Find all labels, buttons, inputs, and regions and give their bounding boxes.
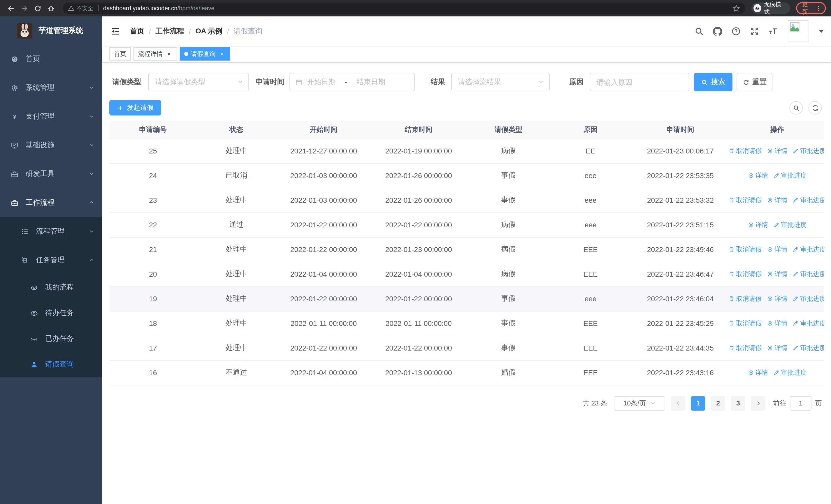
fullscreen-icon[interactable] [749, 25, 760, 37]
start-time-cell: 2022-01-03 00:00:00 [276, 188, 371, 212]
breadcrumb-item-工作流程[interactable]: 工作流程 [155, 26, 184, 36]
cancel-action-link[interactable]: 取消请假 [730, 294, 762, 303]
sidebar-item-已办任务[interactable]: 已办任务 [0, 326, 102, 352]
progress-action-link[interactable]: 审批进度 [793, 196, 824, 205]
avatar[interactable] [788, 20, 808, 42]
page-button-2[interactable]: 2 [711, 396, 725, 410]
help-icon[interactable] [730, 25, 742, 37]
page-size-select[interactable]: 10条/页 [614, 396, 665, 410]
reload-icon[interactable] [32, 3, 43, 14]
sidebar-item-支付管理[interactable]: ¥支付管理 [0, 102, 102, 131]
apply-time-label: 申请时间 [253, 78, 284, 87]
progress-action-link[interactable]: 审批进度 [793, 319, 824, 328]
table-toolbar: 发起请假 [109, 100, 824, 116]
close-tab-icon[interactable]: × [165, 50, 172, 58]
monitor-icon [10, 141, 19, 149]
action-label: 审批进度 [781, 368, 807, 377]
cancel-action-link[interactable]: 取消请假 [730, 344, 762, 352]
avatar-caret-icon[interactable] [819, 30, 824, 33]
detail-action-link[interactable]: 详情 [767, 294, 787, 303]
progress-action-link[interactable]: 审批进度 [793, 270, 824, 278]
eye-icon [30, 309, 38, 317]
actions-cell: 取消请假详情审批进度 [730, 139, 824, 163]
security-warning[interactable]: 不安全 [68, 4, 93, 12]
cancel-action-link[interactable]: 取消请假 [730, 319, 762, 328]
bookmark-star-icon[interactable] [733, 4, 740, 12]
detail-action-link[interactable]: 详情 [767, 147, 787, 155]
address-bar[interactable]: 不安全 dashboard.yudao.iocoder.cn/bpm/oa/le… [63, 3, 745, 14]
back-icon[interactable] [5, 3, 17, 14]
goto-page-input[interactable] [790, 396, 811, 410]
progress-action-link[interactable]: 审批进度 [793, 245, 824, 254]
font-size-icon[interactable] [767, 25, 779, 37]
cancel-action-link[interactable]: 取消请假 [730, 196, 762, 205]
toggle-search-button[interactable] [790, 101, 803, 114]
result-select[interactable]: 请选择流结果 [451, 73, 550, 91]
prev-page-button[interactable] [671, 396, 685, 410]
plus-icon [117, 105, 124, 111]
refresh-table-button[interactable] [808, 101, 822, 114]
search-button[interactable]: 搜索 [694, 73, 733, 91]
sidebar-item-待办任务[interactable]: 待办任务 [0, 300, 102, 326]
search-icon [793, 105, 799, 111]
sidebar-item-基础设施[interactable]: 基础设施 [0, 131, 102, 159]
reason-input[interactable] [590, 73, 689, 91]
apply-time-cell: 2022-01-22 23:53:32 [630, 188, 730, 212]
action-label: 审批进度 [800, 147, 824, 155]
detail-action-link[interactable]: 详情 [767, 344, 787, 352]
leave-type-select[interactable]: 请选择请假类型 [148, 73, 249, 91]
progress-action-link[interactable]: 审批进度 [773, 368, 807, 377]
sidebar-fold-icon[interactable] [110, 26, 121, 36]
sidebar-item-研发工具[interactable]: 研发工具 [0, 159, 102, 188]
tab-请假查询[interactable]: 请假查询× [180, 47, 230, 61]
page-button-1[interactable]: 1 [691, 396, 705, 410]
search-icon[interactable] [693, 25, 705, 37]
progress-action-link[interactable]: 审批进度 [793, 147, 824, 155]
detail-action-link[interactable]: 详情 [748, 220, 768, 229]
next-page-button[interactable] [751, 396, 765, 410]
browser-update-button[interactable]: 更新 [796, 2, 826, 14]
kebab-menu-icon[interactable] [816, 5, 822, 11]
reset-button[interactable]: 重置 [737, 73, 773, 91]
detail-action-link[interactable]: 详情 [748, 171, 768, 180]
github-icon[interactable] [712, 25, 723, 37]
sidebar-item-任务管理[interactable]: 任务管理 [0, 246, 102, 274]
progress-action-link[interactable]: 审批进度 [793, 294, 824, 303]
chevron-down-icon [89, 84, 94, 92]
sidebar-item-请假查询[interactable]: 请假查询 [0, 352, 102, 377]
page-button-3[interactable]: 3 [731, 396, 745, 410]
create-leave-button[interactable]: 发起请假 [109, 100, 161, 116]
breadcrumb-item-OA 示例[interactable]: OA 示例 [196, 26, 223, 36]
svg-text:¥: ¥ [12, 113, 16, 120]
cancel-action-link[interactable]: 取消请假 [730, 147, 762, 155]
eye-closed-icon [30, 335, 38, 343]
breadcrumb-item-首页[interactable]: 首页 [130, 26, 144, 36]
apply-time-range[interactable]: 开始日期 - 结束日期 [289, 73, 415, 91]
tab-首页[interactable]: 首页 [109, 47, 131, 61]
home-icon[interactable] [45, 3, 56, 14]
detail-action-link[interactable]: 详情 [748, 368, 768, 377]
action-label: 取消请假 [736, 196, 762, 205]
forward-icon[interactable] [19, 3, 30, 14]
tab-流程详情[interactable]: 流程详情× [134, 47, 177, 61]
progress-action-link[interactable]: 审批进度 [773, 220, 807, 229]
progress-action-link[interactable]: 审批进度 [793, 344, 824, 352]
detail-action-link[interactable]: 详情 [767, 196, 787, 205]
progress-action-link[interactable]: 审批进度 [773, 171, 807, 180]
sidebar-logo[interactable]: 芋道管理系统 [0, 17, 102, 45]
sidebar-item-系统管理[interactable]: 系统管理 [0, 73, 102, 102]
actions-cell: 取消请假详情审批进度 [730, 262, 824, 287]
sidebar-item-工作流程[interactable]: 工作流程 [0, 188, 102, 217]
status-cell: 处理中 [197, 311, 276, 336]
detail-action-link[interactable]: 详情 [767, 270, 787, 278]
sidebar-item-首页[interactable]: 首页 [0, 45, 102, 73]
close-tab-icon[interactable]: × [218, 50, 225, 58]
cancel-action-link[interactable]: 取消请假 [730, 270, 762, 278]
toolbox-icon [10, 199, 19, 207]
sidebar-item-流程管理[interactable]: 流程管理 [0, 217, 102, 246]
cancel-action-link[interactable]: 取消请假 [730, 245, 762, 254]
detail-action-link[interactable]: 详情 [767, 245, 787, 254]
sidebar-item-我的流程[interactable]: 我的流程 [0, 274, 102, 300]
detail-action-link[interactable]: 详情 [767, 319, 787, 328]
security-text: 不安全 [77, 4, 93, 12]
